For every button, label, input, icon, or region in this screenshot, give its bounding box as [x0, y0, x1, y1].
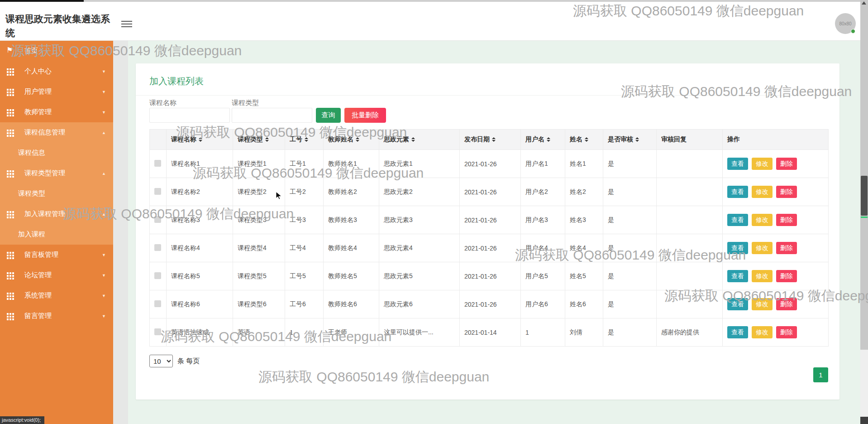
- sidebar-item-icon: [6, 292, 14, 300]
- delete-button[interactable]: 删除: [776, 270, 797, 282]
- sidebar-item-label: 系统管理: [24, 291, 52, 300]
- edit-button[interactable]: 修改: [752, 214, 773, 226]
- scrollbar-up-arrow[interactable]: [862, 1, 866, 5]
- view-button[interactable]: 查看: [727, 270, 748, 282]
- delete-button[interactable]: 删除: [776, 158, 797, 170]
- title-divider: [136, 95, 839, 96]
- window-top-strip: [0, 0, 868, 2]
- sidebar-item[interactable]: 课程类型管理 ▲: [0, 163, 113, 183]
- column-header-label: 发布日期: [464, 135, 490, 143]
- scrollbar-track[interactable]: [860, 0, 868, 350]
- sidebar-item[interactable]: 留言管理 ▼: [0, 306, 113, 326]
- row-checkbox[interactable]: [154, 328, 161, 335]
- view-button[interactable]: 查看: [727, 214, 748, 226]
- sidebar-item[interactable]: 首页: [0, 41, 113, 61]
- online-status-dot: [851, 29, 855, 34]
- sidebar-item-label: 加入课程管理: [24, 210, 65, 218]
- sidebar-item[interactable]: 教师管理 ▼: [0, 102, 113, 122]
- column-header[interactable]: 姓名: [565, 130, 603, 150]
- column-header[interactable]: 是否审核: [603, 130, 657, 150]
- sidebar-item-icon: [6, 88, 14, 96]
- column-header-label: 课程类型: [238, 135, 263, 143]
- page-number-button[interactable]: 1: [813, 367, 828, 382]
- column-header[interactable]: 操作: [723, 130, 829, 150]
- cell-person-name: 姓名1: [565, 150, 603, 178]
- course-name-input[interactable]: [149, 108, 230, 123]
- chevron-icon: ▼: [102, 110, 106, 115]
- page-size-select[interactable]: 10: [149, 355, 173, 367]
- sort-icon: [356, 137, 359, 142]
- table-row: 英语语法速成 英语 1 王老师 这里可以提供一... 2021-01-14 1 …: [150, 318, 829, 347]
- edit-button[interactable]: 修改: [752, 242, 773, 254]
- sort-icon: [199, 137, 202, 142]
- column-header[interactable]: [150, 130, 167, 150]
- scrollbar[interactable]: [860, 0, 868, 424]
- sidebar-item[interactable]: 系统管理 ▼: [0, 285, 113, 306]
- view-button[interactable]: 查看: [727, 326, 748, 338]
- row-checkbox[interactable]: [154, 188, 161, 195]
- sidebar-item-icon: [6, 67, 14, 76]
- row-checkbox[interactable]: [154, 300, 161, 307]
- content-card: 加入课程列表 课程名称 课程类型 查询 批量删除 课程名称 课程类型 工号: [136, 63, 839, 400]
- cell-person-name: 姓名4: [565, 234, 603, 262]
- row-checkbox[interactable]: [154, 216, 161, 223]
- sidebar-item-icon: [6, 312, 14, 320]
- sidebar-item[interactable]: 课程信息管理 ▲: [0, 122, 113, 143]
- sidebar-item[interactable]: 留言板管理 ▼: [0, 245, 113, 265]
- search-button[interactable]: 查询: [316, 108, 341, 123]
- batch-delete-button[interactable]: 批量删除: [344, 108, 386, 123]
- cell-course-type: 课程类型3: [233, 206, 285, 234]
- cell-audit-reply: 感谢你的提供: [657, 318, 723, 347]
- view-button[interactable]: 查看: [727, 186, 748, 198]
- row-checkbox[interactable]: [154, 160, 161, 167]
- cell-course-name: 课程名称5: [167, 262, 233, 290]
- column-header[interactable]: 思政元素: [379, 130, 460, 150]
- row-checkbox[interactable]: [154, 244, 161, 251]
- sidebar-item[interactable]: 论坛管理 ▼: [0, 265, 113, 285]
- scrollbar-thumb[interactable]: [861, 176, 868, 216]
- column-header[interactable]: 审核回复: [657, 130, 723, 150]
- column-header[interactable]: 课程类型: [233, 130, 285, 150]
- view-button[interactable]: 查看: [727, 242, 748, 254]
- cell-job-number: 工号3: [285, 206, 324, 234]
- sidebar-item[interactable]: 用户管理 ▼: [0, 82, 113, 102]
- delete-button[interactable]: 删除: [776, 214, 797, 226]
- column-header[interactable]: 课程名称: [167, 130, 233, 150]
- view-button[interactable]: 查看: [727, 298, 748, 310]
- cell-teacher-name: 王老师: [324, 318, 379, 347]
- edit-button[interactable]: 修改: [752, 298, 773, 310]
- sidebar-item[interactable]: 课程类型: [0, 183, 113, 204]
- scrollbar-bottom-arrow[interactable]: [860, 417, 868, 424]
- cell-audit-reply: [657, 290, 723, 318]
- delete-button[interactable]: 删除: [776, 326, 797, 338]
- column-header[interactable]: 发布日期: [460, 130, 521, 150]
- column-header[interactable]: 工号: [285, 130, 324, 150]
- sidebar-item-icon: [6, 47, 14, 55]
- column-header[interactable]: 用户名: [521, 130, 565, 150]
- edit-button[interactable]: 修改: [752, 158, 773, 170]
- cell-job-number: 工号1: [285, 150, 324, 178]
- delete-button[interactable]: 删除: [776, 242, 797, 254]
- sidebar-item[interactable]: 加入课程管理 ▲: [0, 204, 113, 224]
- sort-icon: [265, 137, 269, 142]
- cell-ideology-element: 思政元素1: [379, 150, 460, 178]
- course-type-input[interactable]: [232, 108, 312, 123]
- cell-publish-date: 2021-01-14: [460, 318, 521, 347]
- cell-ideology-element: 这里可以提供一...: [379, 318, 460, 347]
- cell-course-type: 英语: [233, 318, 285, 347]
- sidebar-item[interactable]: 课程信息: [0, 143, 113, 163]
- delete-button[interactable]: 删除: [776, 298, 797, 310]
- view-button[interactable]: 查看: [727, 158, 748, 170]
- sidebar-item[interactable]: 加入课程: [0, 224, 113, 245]
- hamburger-menu-icon[interactable]: [121, 21, 132, 28]
- avatar[interactable]: 80x80: [835, 13, 856, 34]
- row-checkbox[interactable]: [154, 272, 161, 279]
- edit-button[interactable]: 修改: [752, 270, 773, 282]
- delete-button[interactable]: 删除: [776, 186, 797, 198]
- cell-audit-reply: [657, 234, 723, 262]
- sidebar-item[interactable]: 个人中心 ▼: [0, 61, 113, 82]
- column-header[interactable]: 教师姓名: [324, 130, 379, 150]
- chevron-icon: ▼: [102, 69, 106, 74]
- edit-button[interactable]: 修改: [752, 326, 773, 338]
- edit-button[interactable]: 修改: [752, 186, 773, 198]
